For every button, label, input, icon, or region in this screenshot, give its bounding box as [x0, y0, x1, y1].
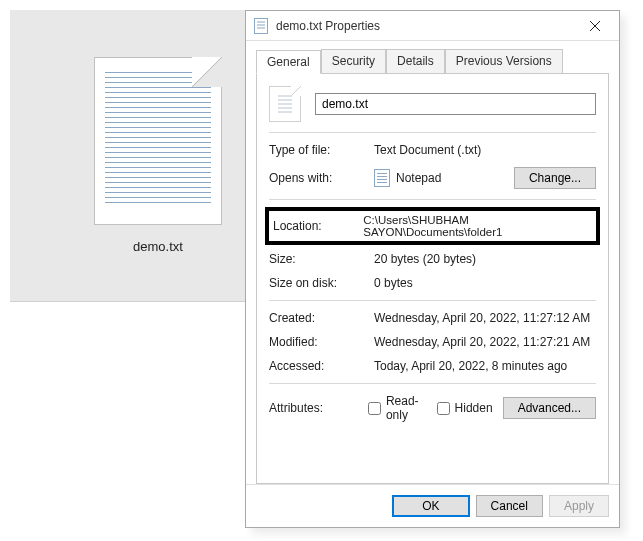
ok-button[interactable]: OK: [392, 495, 469, 517]
notepad-icon: [374, 169, 390, 187]
file-thumbnail-label: demo.txt: [133, 239, 183, 254]
titlebar[interactable]: demo.txt Properties: [246, 11, 619, 41]
tab-previous-versions[interactable]: Previous Versions: [445, 49, 563, 73]
tab-strip: General Security Details Previous Versio…: [256, 49, 609, 73]
type-of-file-label: Type of file:: [269, 143, 364, 157]
type-of-file-value: Text Document (.txt): [374, 143, 596, 157]
filename-input[interactable]: [315, 93, 596, 115]
file-type-icon: [269, 86, 301, 122]
readonly-checkbox-wrap[interactable]: Read-only: [368, 394, 419, 422]
modified-value: Wednesday, April 20, 2022, 11:27:21 AM: [374, 335, 596, 349]
created-label: Created:: [269, 311, 364, 325]
accessed-value: Today, April 20, 2022, 8 minutes ago: [374, 359, 596, 373]
size-label: Size:: [269, 252, 364, 266]
dialog-button-bar: OK Cancel Apply: [246, 484, 619, 527]
tab-body-general: Type of file: Text Document (.txt) Opens…: [256, 73, 609, 484]
advanced-button[interactable]: Advanced...: [503, 397, 596, 419]
accessed-label: Accessed:: [269, 359, 364, 373]
location-highlight: Location: C:\Users\SHUBHAM SAYON\Documen…: [265, 207, 600, 245]
svg-rect-0: [255, 18, 268, 33]
document-icon: [254, 18, 270, 34]
tab-details[interactable]: Details: [386, 49, 445, 73]
size-value: 20 bytes (20 bytes): [374, 252, 596, 266]
close-button[interactable]: [575, 12, 615, 40]
tab-security[interactable]: Security: [321, 49, 386, 73]
attributes-label: Attributes:: [269, 401, 358, 415]
modified-label: Modified:: [269, 335, 364, 349]
size-on-disk-value: 0 bytes: [374, 276, 596, 290]
created-value: Wednesday, April 20, 2022, 11:27:12 AM: [374, 311, 596, 325]
location-value: C:\Users\SHUBHAM SAYON\Documents\folder1: [363, 214, 592, 238]
apply-button[interactable]: Apply: [549, 495, 609, 517]
change-button[interactable]: Change...: [514, 167, 596, 189]
cancel-button[interactable]: Cancel: [476, 495, 543, 517]
hidden-checkbox[interactable]: [437, 402, 450, 415]
location-label: Location:: [273, 219, 353, 233]
file-thumbnail[interactable]: [94, 57, 222, 225]
window-title: demo.txt Properties: [276, 19, 575, 33]
size-on-disk-label: Size on disk:: [269, 276, 364, 290]
properties-dialog: demo.txt Properties General Security Det…: [245, 10, 620, 528]
opens-with-value: Notepad: [396, 171, 441, 185]
hidden-checkbox-wrap[interactable]: Hidden: [437, 401, 493, 415]
opens-with-label: Opens with:: [269, 171, 364, 185]
close-icon: [590, 21, 600, 31]
tab-general[interactable]: General: [256, 50, 321, 74]
readonly-label: Read-only: [386, 394, 419, 422]
readonly-checkbox[interactable]: [368, 402, 381, 415]
hidden-label: Hidden: [455, 401, 493, 415]
